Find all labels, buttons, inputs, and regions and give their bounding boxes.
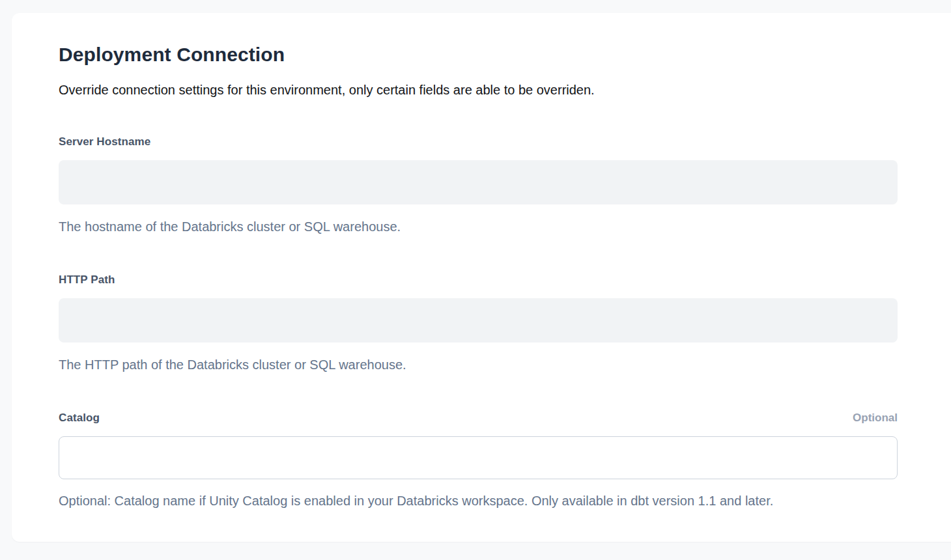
- field-group-http-path: HTTP Path The HTTP path of the Databrick…: [59, 273, 898, 373]
- server-hostname-label: Server Hostname: [59, 135, 150, 148]
- catalog-optional-badge: Optional: [853, 411, 898, 425]
- deployment-connection-card: Deployment Connection Override connectio…: [12, 13, 951, 542]
- catalog-label-row: Catalog Optional: [59, 411, 898, 425]
- http-path-label: HTTP Path: [59, 273, 115, 287]
- server-hostname-input: [59, 160, 898, 204]
- deployment-connection-form: Deployment Connection Override connectio…: [59, 13, 898, 509]
- server-hostname-label-row: Server Hostname: [59, 135, 898, 148]
- field-group-catalog: Catalog Optional Optional: Catalog name …: [59, 411, 898, 509]
- field-group-server-hostname: Server Hostname The hostname of the Data…: [59, 135, 898, 235]
- page-subtitle: Override connection settings for this en…: [59, 81, 898, 98]
- http-path-help-text: The HTTP path of the Databricks cluster …: [59, 356, 898, 373]
- catalog-help-text: Optional: Catalog name if Unity Catalog …: [59, 492, 898, 509]
- http-path-input: [59, 298, 898, 343]
- page-title: Deployment Connection: [59, 43, 898, 66]
- http-path-label-row: HTTP Path: [59, 273, 898, 287]
- catalog-label: Catalog: [59, 411, 100, 425]
- catalog-input[interactable]: [59, 436, 898, 479]
- server-hostname-help-text: The hostname of the Databricks cluster o…: [59, 218, 898, 235]
